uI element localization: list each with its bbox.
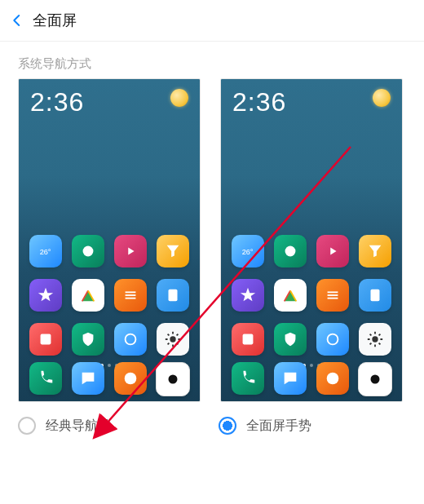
dock-camera-icon xyxy=(358,362,392,396)
svg-point-21 xyxy=(371,375,380,384)
app-icon: 26° xyxy=(232,235,264,267)
svg-point-18 xyxy=(328,334,338,345)
preview-classic-nav[interactable]: 2:36 26° xyxy=(18,78,201,402)
svg-rect-14 xyxy=(328,294,338,296)
section-label-navigation-mode: 系统导航方式 xyxy=(0,42,424,78)
dock-camera-icon xyxy=(156,362,190,396)
option-label: 全面屏手势 xyxy=(246,418,311,435)
app-icon xyxy=(114,323,147,356)
svg-rect-17 xyxy=(243,334,254,345)
weather-sun-icon xyxy=(373,89,391,107)
app-icon xyxy=(316,279,349,312)
app-icon xyxy=(274,323,307,356)
dock-browser-icon xyxy=(316,362,349,395)
settings-header: 全面屏 xyxy=(0,0,424,42)
dock-messages-icon xyxy=(72,362,104,395)
svg-point-20 xyxy=(327,373,339,385)
option-label: 经典导航键 xyxy=(46,418,111,435)
app-icon xyxy=(232,279,264,312)
option-classic-nav[interactable]: 经典导航键 xyxy=(18,417,199,435)
option-gesture-nav[interactable]: 全面屏手势 xyxy=(219,417,400,435)
preview-status-bar: 2:36 xyxy=(19,79,200,115)
app-icon xyxy=(114,279,147,312)
home-dock xyxy=(19,362,200,396)
app-icon xyxy=(359,323,391,356)
svg-rect-6 xyxy=(41,334,51,345)
page-title: 全面屏 xyxy=(33,11,77,30)
app-icon xyxy=(114,235,147,267)
svg-rect-15 xyxy=(328,298,338,299)
home-app-grid: 26° xyxy=(19,233,200,357)
clock-label: 2:36 xyxy=(232,89,286,115)
app-icon xyxy=(274,279,307,312)
app-icon xyxy=(29,323,62,356)
app-icon xyxy=(72,279,104,312)
app-icon xyxy=(157,235,189,267)
svg-rect-5 xyxy=(169,290,178,302)
app-icon xyxy=(72,235,104,267)
home-app-grid: 26° xyxy=(221,233,402,357)
preview-row: 2:36 26° xyxy=(0,78,424,402)
app-icon xyxy=(157,279,189,312)
svg-rect-13 xyxy=(328,291,338,293)
clock-label: 2:36 xyxy=(30,89,84,115)
navigation-mode-options: 经典导航键 全面屏手势 xyxy=(0,402,424,435)
svg-text:26°: 26° xyxy=(40,248,51,256)
svg-point-9 xyxy=(125,373,137,385)
dock-browser-icon xyxy=(114,362,147,395)
preview-status-bar: 2:36 xyxy=(221,79,402,115)
dock-messages-icon xyxy=(274,362,307,395)
svg-point-8 xyxy=(170,336,175,342)
svg-rect-16 xyxy=(371,290,380,302)
app-icon xyxy=(316,323,349,356)
dock-phone-icon xyxy=(29,362,62,395)
app-icon xyxy=(274,235,307,267)
svg-rect-3 xyxy=(126,294,136,296)
svg-text:26°: 26° xyxy=(242,248,254,256)
svg-rect-4 xyxy=(126,298,136,299)
radio-icon xyxy=(219,417,236,435)
radio-icon xyxy=(18,417,36,435)
app-icon xyxy=(72,323,104,356)
svg-point-10 xyxy=(169,375,178,384)
app-icon xyxy=(232,323,264,356)
svg-point-1 xyxy=(83,246,94,257)
svg-rect-2 xyxy=(126,291,136,293)
svg-point-7 xyxy=(126,334,136,345)
app-icon: 26° xyxy=(29,235,62,267)
app-icon xyxy=(359,235,391,267)
app-icon xyxy=(359,279,391,312)
app-icon xyxy=(157,323,189,356)
weather-sun-icon xyxy=(170,89,188,107)
back-button[interactable] xyxy=(10,13,24,28)
dock-phone-icon xyxy=(232,362,264,395)
preview-gesture-nav[interactable]: 2:36 26° xyxy=(220,78,403,402)
home-dock xyxy=(221,362,402,396)
svg-point-19 xyxy=(372,336,378,342)
svg-point-12 xyxy=(285,246,296,257)
app-icon xyxy=(316,235,349,267)
chevron-left-icon xyxy=(10,13,24,28)
app-icon xyxy=(29,279,62,312)
